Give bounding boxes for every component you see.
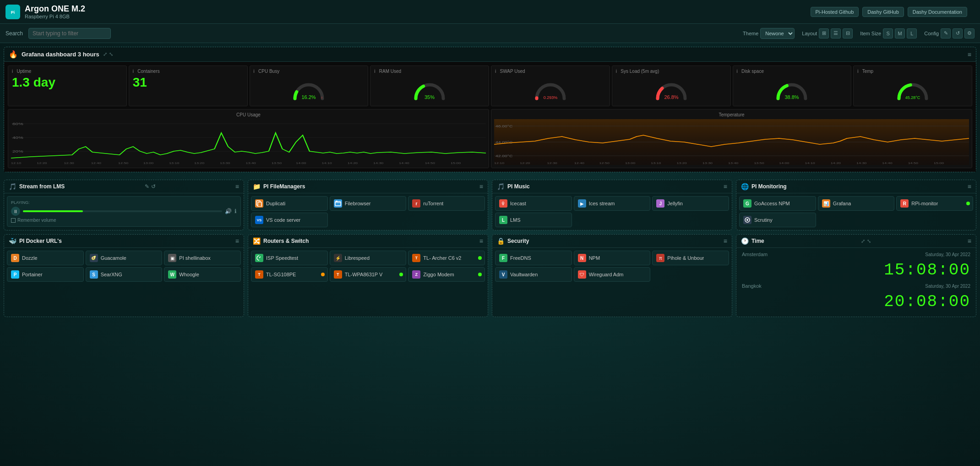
time-expand-btn-1[interactable]: ⤢ [861,238,865,244]
app-item-freedns[interactable]: F FreeDNS [495,251,572,265]
cpu-chart: CPU Usage 60% 40% 20% 12:10 [8,109,489,168]
config-btn-3[interactable]: ⚙ [964,28,975,38]
app-item-icecast[interactable]: 🎙 Icecast [495,196,572,211]
expand-btn-2[interactable]: ⤡ [109,51,113,57]
cpu-chart-svg: 60% 40% 20% 12:10 12:20 12:30 12:40 12:5… [11,119,486,165]
size-btn-1[interactable]: S [883,28,893,38]
app-item-lms[interactable]: L LMS [495,213,572,227]
app-item-tl-wpa[interactable]: T TL-WPA8631P V [330,267,407,282]
routers-icon: 🔀 [253,237,261,245]
svg-text:35%: 35% [425,94,435,100]
layout-btn-3[interactable]: ⊟ [843,28,853,38]
pi-hosted-github-link[interactable]: Pi-Hosted Github [811,7,859,17]
app-item-isp-speedtest[interactable]: ISP Speedtest [251,251,328,265]
app-item-rutorrent[interactable]: r ruTorrent [408,196,485,211]
config-btn-2[interactable]: ↺ [953,28,963,38]
layout-btn-2[interactable]: ☰ [831,28,841,38]
svg-text:60%: 60% [12,122,23,126]
app-item-librespeed[interactable]: ⚡ Librespeed [330,251,407,265]
config-btn-1[interactable]: ✎ [941,28,951,38]
grafana-expand-btns: ⤢ ⤡ [103,51,113,57]
vscode-icon: VS [255,216,263,224]
temp-chart-area: 46.00°C 44.00°C 42.00°C 12:10 12:20 12:3… [494,119,969,165]
time-menu[interactable]: ≡ [968,237,971,245]
lms-settings-icon[interactable]: ℹ [234,208,237,214]
app-item-searxng[interactable]: S SearXNG [86,267,163,282]
search-input[interactable] [28,28,111,39]
section-pi-monitoring: 🌐 PI Monitoring ≡ G GoAccess NPM 📊 Grafa… [736,180,976,230]
lms-remember-checkbox[interactable] [11,218,16,223]
rutorrent-label: ruTorrent [423,201,443,206]
app-item-jellyfin[interactable]: J Jellyfin [652,196,729,211]
app-item-ices-stream[interactable]: ▶ Ices stream [574,196,651,211]
grafana-menu-icon[interactable]: ≡ [968,51,971,58]
rpimonitor-status [966,202,970,205]
logo: Pi [5,5,20,19]
dashy-docs-link[interactable]: Dashy Documentation [908,7,967,17]
npm-label: NPM [589,255,600,261]
app-item-filebrowser[interactable]: Filebrowser [330,196,407,211]
app-item-vscode[interactable]: VS VS code server [251,213,328,227]
expand-btn-1[interactable]: ⤢ [103,51,107,57]
docker-menu[interactable]: ≡ [235,237,239,245]
pihole-label: Pihole & Unbour [667,255,704,261]
lms-volume-icon[interactable]: 🔊 [225,208,232,214]
metric-ram-label: i RAM Used [374,69,485,74]
time-expand-btn-2[interactable]: ⤡ [867,238,871,244]
isp-speedtest-icon [255,254,263,262]
app-item-whoogle[interactable]: W Whoogle [164,267,241,282]
item-size-control: Item Size S M L [860,28,917,38]
app-item-vaultwarden[interactable]: V Vaultwarden [495,267,572,282]
item-size-label: Item Size [860,31,881,36]
lms-edit-icon[interactable]: ✎ [145,183,149,190]
lms-refresh-icon[interactable]: ↺ [151,183,156,190]
monitoring-title: PI Monitoring [751,183,787,190]
app-item-tl-archer[interactable]: T TL- Archer C6 v2 [408,251,485,265]
app-item-goaccess[interactable]: G GoAccess NPM [739,196,816,211]
librespeed-icon: ⚡ [334,254,342,262]
svg-text:12:40: 12:40 [91,161,101,164]
lms-play-button[interactable]: ⏸ [11,207,20,216]
music-menu[interactable]: ≡ [724,183,727,190]
filemanagers-menu[interactable]: ≡ [479,183,483,190]
time-display2: 20:08:00 [738,291,974,315]
size-btn-2[interactable]: M [895,28,905,38]
app-item-ziggo[interactable]: Z Ziggo Modem [408,267,485,282]
grafana-charts-row: CPU Usage 60% 40% 20% 12:10 [8,109,972,168]
ices-label: Ices stream [589,201,615,206]
routers-menu[interactable]: ≡ [479,237,483,245]
app-item-rpimonitor[interactable]: R RPi-monitor [896,196,973,211]
app-item-portainer[interactable]: P Portainer [7,267,84,282]
svg-text:13:10: 13:10 [169,161,179,164]
freedns-label: FreeDNS [510,255,531,261]
lms-menu-icon[interactable]: ≡ [235,183,239,190]
ram-gauge-svg: 35% [411,78,448,101]
goaccess-icon-text: G [746,201,749,206]
shellinabox-icon: ▣ [168,254,176,262]
app-item-grafana[interactable]: 📊 Grafana [818,196,895,211]
layout-btn-1[interactable]: ⊞ [819,28,829,38]
dashy-github-link[interactable]: Dashy GitHub [862,7,904,17]
app-item-shellinabox[interactable]: ▣ PI shellinabox [164,251,241,265]
app-item-pihole[interactable]: π Pihole & Unbour [652,251,729,265]
size-btn-3[interactable]: L [907,28,917,38]
app-item-guacamole[interactable]: 🥑 Guacamole [86,251,163,265]
monitoring-menu[interactable]: ≡ [968,183,971,190]
app-item-dozzle[interactable]: D Dozzle [7,251,84,265]
filemanagers-header: 📁 PI FileManagers ≡ [248,180,488,193]
app-item-npm[interactable]: N NPM [574,251,651,265]
app-item-wireguard[interactable]: 🛡 Wireguard Adm [574,267,651,282]
cpu-chart-title: CPU Usage [11,112,486,117]
app-item-duplicati[interactable]: Duplicati [251,196,328,211]
time-content: Amsterdam Saturday, 30 Apr 2022 15:08:00… [736,248,976,317]
swap-gauge-svg: 0.293% [532,78,569,101]
lms-progress-bar[interactable] [23,210,222,212]
filebrowser-icon [334,199,342,208]
svg-text:16.2%: 16.2% [302,94,316,100]
app-item-tl-sg108pe[interactable]: T TL-SG108PE [251,267,328,282]
tl-archer-icon: T [412,254,420,262]
security-menu[interactable]: ≡ [724,237,727,245]
app-item-scrutiny[interactable]: Scrutiny [739,213,816,227]
wireguard-icon: 🛡 [578,270,586,279]
theme-select[interactable]: Newone [760,28,795,39]
